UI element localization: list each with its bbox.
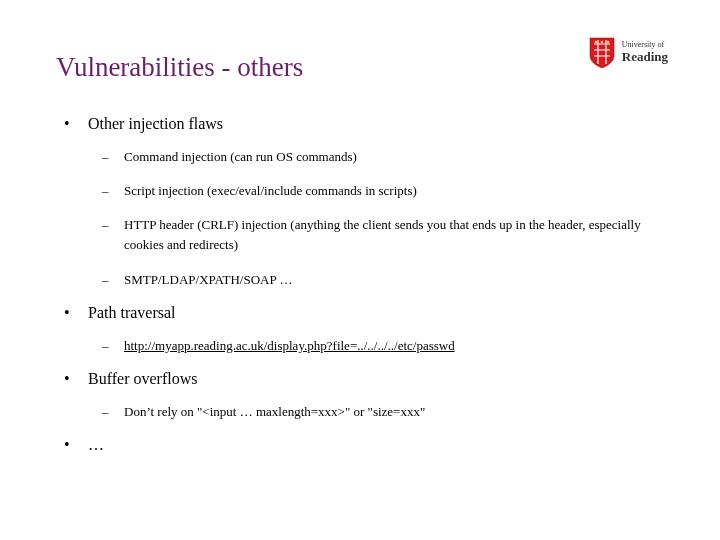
shield-icon: [588, 36, 616, 70]
sub-list: http://myapp.reading.ac.uk/display.php?f…: [88, 336, 664, 356]
item-text: Buffer overflows: [88, 370, 197, 387]
sub-item: SMTP/LDAP/XPATH/SOAP …: [88, 270, 664, 290]
sub-item: Don’t rely on "<input … maxlength=xxx>" …: [88, 402, 664, 422]
university-logo: University of Reading: [588, 36, 668, 70]
item-text: Path traversal: [88, 304, 176, 321]
slide-title: Vulnerabilities - others: [56, 52, 664, 83]
svg-point-0: [594, 41, 597, 44]
item-text: …: [88, 436, 104, 453]
sub-list: Command injection (can run OS commands) …: [88, 147, 664, 290]
path-traversal-link[interactable]: http://myapp.reading.ac.uk/display.php?f…: [124, 338, 455, 353]
sub-item: http://myapp.reading.ac.uk/display.php?f…: [88, 336, 664, 356]
list-item: …: [56, 436, 664, 454]
sub-item: HTTP header (CRLF) injection (anything t…: [88, 215, 664, 255]
slide: University of Reading Vulnerabilities - …: [0, 0, 720, 540]
list-item: Path traversal http://myapp.reading.ac.u…: [56, 304, 664, 356]
svg-point-1: [600, 41, 603, 44]
logo-line2: Reading: [622, 50, 668, 64]
logo-text: University of Reading: [622, 41, 668, 64]
item-text: Other injection flaws: [88, 115, 223, 132]
svg-point-2: [606, 41, 609, 44]
list-item: Buffer overflows Don’t rely on "<input ……: [56, 370, 664, 422]
sub-item: Command injection (can run OS commands): [88, 147, 664, 167]
list-item: Other injection flaws Command injection …: [56, 115, 664, 290]
bullet-list: Other injection flaws Command injection …: [56, 115, 664, 454]
sub-list: Don’t rely on "<input … maxlength=xxx>" …: [88, 402, 664, 422]
sub-item: Script injection (exec/eval/include comm…: [88, 181, 664, 201]
